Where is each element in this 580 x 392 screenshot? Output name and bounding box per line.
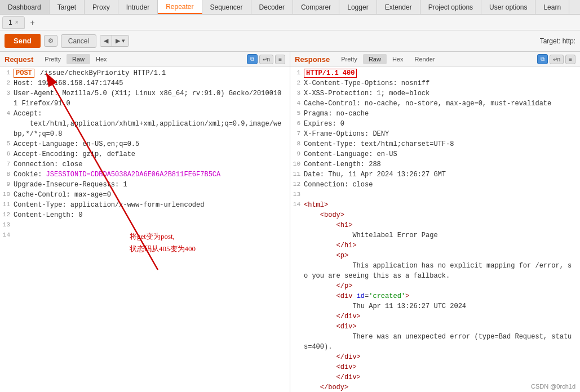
- response-tab-pretty[interactable]: Pretty: [335, 54, 363, 64]
- request-line-3: 3 User-Agent: Mozilla/5.0 (X11; Linux x8…: [0, 88, 290, 109]
- response-line-29: </div>: [290, 372, 580, 382]
- response-line-26: There was an unexpected error (type=Bad …: [290, 332, 580, 352]
- watermark: CSDN @0rch1d: [531, 383, 575, 390]
- response-line-16: <h1>: [290, 220, 580, 230]
- nav-target[interactable]: Target: [50, 0, 85, 14]
- request-title: Request: [5, 55, 33, 64]
- request-wrap-button[interactable]: ↵n: [259, 55, 274, 64]
- response-line-12: 12 Connection: close: [290, 180, 580, 190]
- request-panel-toolbar: ⧉ ↵n ≡: [247, 54, 285, 64]
- response-line-2: 2 X-Content-Type-Options: nosniff: [290, 78, 580, 88]
- response-code-area[interactable]: 1 HTTP/1.1 400 2 X-Content-Type-Options:…: [290, 67, 580, 392]
- nav-sequencer[interactable]: Sequencer: [202, 0, 251, 14]
- response-line-15: <body>: [290, 210, 580, 220]
- nav-intruder[interactable]: Intruder: [118, 0, 158, 14]
- nav-dashboard[interactable]: Dashboard: [0, 0, 50, 14]
- response-line-28: <div>: [290, 362, 580, 372]
- response-line-10: 10 Content-Length: 288: [290, 159, 580, 170]
- settings-icon-button[interactable]: ⚙: [44, 35, 57, 47]
- request-line-7: 7 Connection: close: [0, 159, 290, 170]
- request-line-8: 8 Cookie: JSESSIONID=CDBDA5038A2DA6E06A2…: [0, 170, 290, 180]
- request-line-5: 5 Accept-Language: en-US,en;q=0.5: [0, 139, 290, 149]
- cookie-value: JSESSIONID=CDBDA5038A2DA6E06A2B811FE6F7B…: [46, 171, 221, 179]
- response-tab-hex[interactable]: Hex: [387, 54, 409, 64]
- response-line-8: 8 Content-Type: text/html;charset=UTF-8: [290, 139, 580, 149]
- cancel-button[interactable]: Cancel: [61, 34, 96, 48]
- nav-logger[interactable]: Logger: [339, 0, 377, 14]
- response-line-4: 4 Cache-Control: no-cache, no-store, max…: [290, 99, 580, 109]
- nav-learn[interactable]: Learn: [535, 0, 569, 14]
- request-code-area[interactable]: 1 POST /issue/checkByPriority HTTP/1.1 2…: [0, 67, 290, 392]
- response-line-14: 14 <html>: [290, 200, 580, 210]
- response-line-19: <p>: [290, 251, 580, 261]
- nav-project-options[interactable]: Project options: [420, 0, 481, 14]
- tab-bar: 1 × +: [0, 15, 580, 30]
- request-tab-hex[interactable]: Hex: [90, 54, 113, 64]
- request-line-14: 14: [0, 230, 290, 240]
- next-arrow-button[interactable]: ▶ ▾: [112, 35, 129, 46]
- response-menu-button[interactable]: ≡: [565, 55, 575, 64]
- response-line-11: 11 Date: Thu, 11 Apr 2024 13:26:27 GMT: [290, 170, 580, 180]
- nav-bar: Dashboard Target Proxy Intruder Repeater…: [0, 0, 580, 15]
- request-copy-button[interactable]: ⧉: [247, 54, 258, 64]
- request-line-1: 1 POST /issue/checkByPriority HTTP/1.1: [0, 68, 290, 78]
- nav-proxy[interactable]: Proxy: [85, 0, 118, 14]
- target-label: Target: http:: [540, 37, 575, 45]
- nav-extender[interactable]: Extender: [377, 0, 420, 14]
- toolbar: Send ⚙ Cancel ◀ ▶ ▾ Target: http:: [0, 30, 580, 52]
- response-line-9: 9 Content-Language: en-US: [290, 149, 580, 159]
- request-line-2: 2 Host: 192.168.158.147:17445: [0, 78, 290, 88]
- prev-arrow-button[interactable]: ◀: [100, 35, 112, 46]
- request-line-9: 9 Upgrade-Insecure-Requests: 1: [0, 180, 290, 190]
- response-wrap-button[interactable]: ↵n: [550, 55, 564, 64]
- http-method-badge: POST: [14, 69, 34, 78]
- nav-decoder[interactable]: Decoder: [251, 0, 293, 14]
- repeater-tab-1[interactable]: 1 ×: [2, 16, 25, 29]
- main-content: Request Pretty Raw Hex ⧉ ↵n ≡ 1 POST /is…: [0, 52, 580, 392]
- response-line-18: </h1>: [290, 240, 580, 251]
- response-line-24: </div>: [290, 311, 580, 322]
- request-line-10: 10 Cache-Control: max-age=0: [0, 190, 290, 200]
- request-line-11: 11 Content-Type: application/x-www-form-…: [0, 200, 290, 210]
- request-line-4: 4 Accept: text/html,application/xhtml+xm…: [0, 109, 290, 139]
- response-title: Response: [295, 55, 330, 64]
- response-line-23: Thu Apr 11 13:26:27 UTC 2024: [290, 301, 580, 311]
- response-line-25: <div>: [290, 322, 580, 332]
- navigation-arrows: ◀ ▶ ▾: [100, 35, 129, 47]
- response-tab-render[interactable]: Render: [409, 54, 440, 64]
- tab-add-button[interactable]: +: [26, 17, 39, 28]
- request-panel-header: Request Pretty Raw Hex ⧉ ↵n ≡: [0, 52, 290, 67]
- request-tab-pretty[interactable]: Pretty: [39, 54, 67, 64]
- nav-repeater[interactable]: Repeater: [158, 0, 202, 14]
- response-panel-header: Response Pretty Raw Hex Render ⧉ ↵n ≡: [290, 52, 580, 67]
- response-line-21: </p>: [290, 281, 580, 291]
- response-line-27: </div>: [290, 352, 580, 362]
- request-menu-button[interactable]: ≡: [275, 55, 285, 64]
- annotation-line2: 状态码从405变为400: [130, 243, 196, 255]
- response-tab-raw[interactable]: Raw: [363, 54, 387, 64]
- response-line-3: 3 X-XSS-Protection: 1; mode=block: [290, 88, 580, 99]
- response-line-20: This application has no explicit mapping…: [290, 261, 580, 281]
- request-panel: Request Pretty Raw Hex ⧉ ↵n ≡ 1 POST /is…: [0, 52, 290, 392]
- http-status-badge: HTTP/1.1 400: [304, 69, 357, 78]
- response-panel: Response Pretty Raw Hex Render ⧉ ↵n ≡ 1 …: [290, 52, 580, 392]
- request-line-13: 13: [0, 220, 290, 230]
- response-line-7: 7 X-Frame-Options: DENY: [290, 129, 580, 139]
- request-line-12: 12 Content-Length: 0: [0, 210, 290, 220]
- response-panel-toolbar: ⧉ ↵n ≡: [537, 54, 575, 64]
- nav-comparer[interactable]: Comparer: [293, 0, 339, 14]
- response-line-1: 1 HTTP/1.1 400: [290, 68, 580, 78]
- tab-close-icon[interactable]: ×: [15, 19, 19, 25]
- response-line-5: 5 Pragma: no-cache: [290, 109, 580, 119]
- response-line-6: 6 Expires: 0: [290, 119, 580, 129]
- send-button[interactable]: Send: [5, 34, 41, 48]
- request-line-6: 6 Accept-Encoding: gzip, deflate: [0, 149, 290, 159]
- response-copy-button[interactable]: ⧉: [537, 54, 548, 64]
- response-line-17: Whitelabel Error Page: [290, 230, 580, 240]
- tab-label: 1: [8, 19, 12, 26]
- response-line-13: 13: [290, 190, 580, 200]
- nav-user-options[interactable]: User options: [481, 0, 535, 14]
- request-tab-raw[interactable]: Raw: [67, 54, 90, 64]
- response-line-22: <div id='created'>: [290, 291, 580, 301]
